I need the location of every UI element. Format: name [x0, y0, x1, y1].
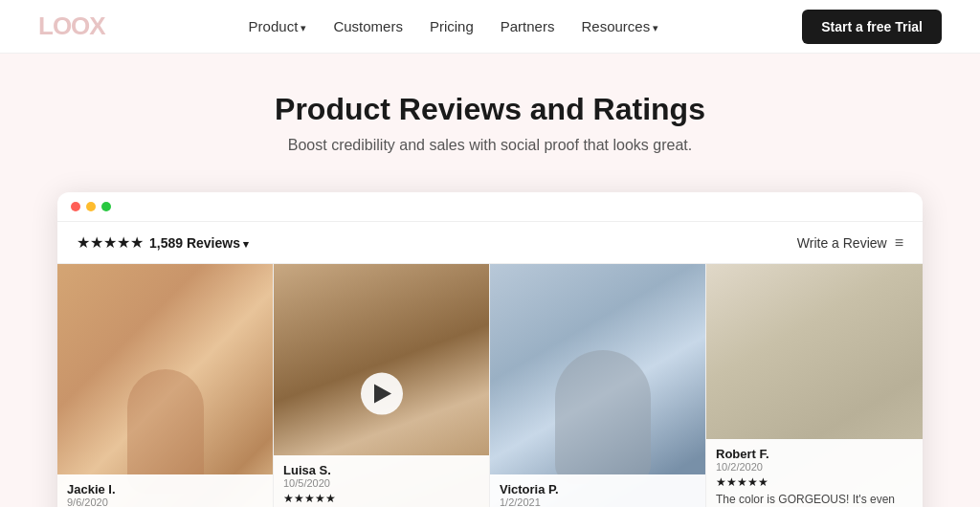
- review-card-4[interactable]: Robert F. 10/2/2020 ★★★★★ The color is G…: [706, 264, 923, 507]
- nav-links: Product Customers Pricing Partners Resou…: [249, 18, 659, 35]
- play-icon: [374, 385, 391, 404]
- browser-bar: [57, 192, 923, 222]
- nav-partners[interactable]: Partners: [501, 18, 555, 34]
- logo[interactable]: LOOX: [38, 11, 105, 41]
- review-card-2[interactable]: Luisa S. 10/5/2020 ★★★★★ Love the cheese…: [274, 264, 490, 507]
- reviewer-name-3: Victoria P.: [500, 482, 696, 496]
- dot-yellow: [86, 202, 96, 211]
- play-overlay[interactable]: [361, 373, 403, 415]
- dot-red: [71, 202, 80, 211]
- browser-wrap: ★★★★★ 1,589 Reviews Write a Review ≡ Jac…: [0, 183, 980, 507]
- nav-resources[interactable]: Resources: [581, 18, 658, 34]
- write-review-label[interactable]: Write a Review: [797, 235, 887, 251]
- dot-green: [101, 202, 111, 211]
- filter-icon[interactable]: ≡: [895, 234, 903, 252]
- review-card-3[interactable]: Victoria P. 1/2/2021 ★★★★★: [490, 264, 706, 507]
- card-info-3: Victoria P. 1/2/2021 ★★★★★: [490, 474, 705, 507]
- review-date-3: 1/2/2021: [500, 496, 696, 507]
- nav-product[interactable]: Product: [249, 18, 307, 34]
- hero-heading: Product Reviews and Ratings: [19, 92, 961, 127]
- card-info-4: Robert F. 10/2/2020 ★★★★★ The color is G…: [706, 439, 923, 507]
- review-text-4: The color is GORGEOUS! It's even bigger …: [716, 492, 913, 507]
- cta-button[interactable]: Start a free Trial: [802, 10, 942, 44]
- overall-stars: ★★★★★: [77, 233, 144, 252]
- hero-subheading: Boost credibility and sales with social …: [19, 137, 961, 154]
- photo-grid: Jackie I. 9/6/2020 ★★★★★ Luisa S. 10/5/2…: [57, 264, 923, 507]
- browser-window: ★★★★★ 1,589 Reviews Write a Review ≡ Jac…: [57, 192, 923, 507]
- navbar: LOOX Product Customers Pricing Partners …: [0, 0, 980, 54]
- mini-stars-2: ★★★★★: [283, 492, 479, 505]
- review-date-2: 10/5/2020: [283, 477, 479, 489]
- card-info-2: Luisa S. 10/5/2020 ★★★★★ Love the cheese…: [274, 455, 489, 507]
- card-info-1: Jackie I. 9/6/2020 ★★★★★: [57, 474, 273, 507]
- logo-text: LOOX: [38, 11, 105, 40]
- nav-pricing[interactable]: Pricing: [430, 18, 474, 34]
- review-date-4: 10/2/2020: [716, 461, 913, 473]
- stars-row: ★★★★★ 1,589 Reviews: [77, 233, 249, 252]
- mini-stars-4: ★★★★★: [716, 475, 913, 489]
- review-header: ★★★★★ 1,589 Reviews Write a Review ≡: [57, 222, 923, 264]
- write-review-area: Write a Review ≡: [797, 234, 903, 252]
- review-card-1[interactable]: Jackie I. 9/6/2020 ★★★★★: [57, 264, 274, 507]
- hero-section: Product Reviews and Ratings Boost credib…: [0, 54, 980, 183]
- reviewer-name-1: Jackie I.: [67, 482, 263, 496]
- nav-customers[interactable]: Customers: [333, 18, 403, 34]
- reviewer-name-2: Luisa S.: [283, 463, 479, 477]
- review-date-1: 9/6/2020: [67, 496, 263, 507]
- review-count[interactable]: 1,589 Reviews: [149, 235, 249, 251]
- reviewer-name-4: Robert F.: [716, 447, 913, 461]
